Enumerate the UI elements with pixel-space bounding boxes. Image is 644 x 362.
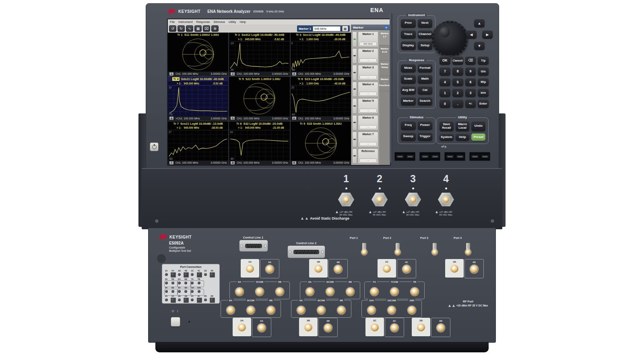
marker-value-input[interactable]: 945 MHz <box>313 26 341 31</box>
key--[interactable]: . <box>452 99 463 108</box>
macro-local-button[interactable]: Macro Local <box>456 121 470 131</box>
trigger-button[interactable]: Trigger <box>418 132 433 141</box>
key-m-[interactable]: M/µ <box>478 78 489 86</box>
marker-item[interactable]: Marker 2– <box>352 48 378 64</box>
trace-icon[interactable]: ∿ <box>186 25 193 32</box>
trace-pane-1[interactable]: Tr 1S11 Smith 1.000U/ 1.00U1Ch1: 100.000… <box>168 33 228 76</box>
key-5[interactable]: 5 <box>452 78 463 86</box>
freq-button[interactable]: Freq <box>401 121 416 130</box>
marker-item[interactable]: Reference– <box>352 148 378 164</box>
power-button[interactable]: Power <box>418 121 433 130</box>
arrow-up-icon[interactable]: ▲ <box>474 19 485 27</box>
marker-card[interactable]: Marker 6– <box>358 115 378 131</box>
trace-button[interactable]: Trace <box>401 30 416 39</box>
trace-pane-4[interactable]: Tr 4Sds21 LogM 10.00dB/ -30.0dB> 1:945.0… <box>168 77 228 120</box>
marker-button[interactable]: Marker <box>401 97 416 105</box>
trace-pane-9[interactable]: Tr 9S33 Smith 1.000U/ 1.00U9Ch1: 100.000… <box>291 121 351 165</box>
trace-pane-8[interactable]: Tr 8S32 LogM 10.00dB/ -20.0dB> 1:945.000… <box>229 121 289 165</box>
marker-tab-2[interactable]: Marker 8-15 <box>379 45 390 61</box>
system-button[interactable]: System <box>440 134 454 141</box>
search-button[interactable]: Search <box>418 97 433 105</box>
menu-utility[interactable]: Utility <box>229 20 236 24</box>
channel-button[interactable]: Channel <box>418 30 433 39</box>
marker-led-button[interactable] <box>352 48 357 64</box>
cal-button[interactable]: Cal <box>418 86 433 95</box>
marker-led-button[interactable] <box>352 82 357 97</box>
testset-power-button[interactable] <box>171 317 180 327</box>
marker-card[interactable]: Marker 3– <box>358 65 378 80</box>
key-2[interactable]: 2 <box>452 88 463 97</box>
keypad-popup-icon[interactable]: ▦ <box>342 26 348 31</box>
menu-help[interactable]: Help <box>239 20 246 24</box>
marker-led-button[interactable] <box>352 115 357 131</box>
undo-button[interactable]: Undo <box>471 121 485 131</box>
arrow-right-icon[interactable]: ▶ <box>482 31 493 39</box>
key--[interactable]: +/- <box>465 99 476 108</box>
undo-icon[interactable]: ↺ <box>169 25 176 32</box>
menu-stimulus[interactable]: Stimulus <box>213 20 225 24</box>
menu-response[interactable]: Response <box>196 20 210 24</box>
marker-item[interactable]: Marker 3– <box>352 65 378 80</box>
marker-item[interactable]: Marker 4– <box>352 82 378 97</box>
marker-led-button[interactable] <box>352 31 357 47</box>
key-ok[interactable]: OK <box>440 56 450 65</box>
layout-icon[interactable]: ▦ <box>194 25 202 32</box>
key-3[interactable]: 3 <box>465 88 476 97</box>
rotary-knob[interactable] <box>432 21 468 57</box>
trace-pane-5[interactable]: Tr 5S22 Smith 1.000U/ 1.00U5Ch1: 100.000… <box>229 77 289 120</box>
preset-button[interactable]: Preset <box>471 134 485 141</box>
key-7[interactable]: 7 <box>440 67 450 76</box>
marker-card[interactable]: Marker 4– <box>358 82 378 97</box>
save-recall-button[interactable]: Save Recall <box>440 121 454 131</box>
key-enter[interactable]: Enter <box>478 99 489 108</box>
key-4[interactable]: 4 <box>440 78 450 86</box>
sweep-button[interactable]: Sweep <box>401 132 416 141</box>
avg-bw-button[interactable]: Avg BW <box>401 86 416 95</box>
trace-pane-3[interactable]: Tr 3Ssc12 LogM 10.00dB/ -40.0dB> 1:1.000… <box>291 33 351 76</box>
prev-button[interactable]: Prev <box>401 19 416 28</box>
marker-tab-3[interactable]: Marker Setup <box>379 61 390 76</box>
meas-button[interactable]: Meas <box>401 64 416 72</box>
marker-led-button[interactable] <box>352 98 357 114</box>
marker-item[interactable]: Marker 7– <box>352 132 378 147</box>
arrow-down-icon[interactable]: ▼ <box>474 42 485 50</box>
trace-pane-7[interactable]: Tr 7Scs21 LogM 10.00dB/ -13.0dB> 1:945.0… <box>168 121 228 165</box>
zoom-icon[interactable]: ⊕ <box>211 25 219 32</box>
setup-button[interactable]: Setup <box>418 41 433 50</box>
key-1[interactable]: 1 <box>440 88 450 97</box>
key-6[interactable]: 6 <box>465 78 476 86</box>
marker-item[interactable]: Marker 6– <box>352 115 378 131</box>
key-0[interactable]: 0 <box>440 99 450 108</box>
key-9[interactable]: 9 <box>465 67 476 76</box>
marker-led-button[interactable] <box>352 65 357 80</box>
key--[interactable]: ⌫ <box>465 56 476 65</box>
marker-card[interactable]: Marker 5– <box>358 98 378 114</box>
menu-instrument[interactable]: Instrument <box>178 20 192 24</box>
marker-led-button[interactable] <box>352 132 357 147</box>
trace-pane-2[interactable]: Tr 2Ssd12 LogM 10.00dB/ -50.0dB> 1:945.0… <box>229 33 289 76</box>
redo-icon[interactable]: ↻ <box>178 25 185 32</box>
math-button[interactable]: Math <box>418 75 433 83</box>
close-icon[interactable]: × <box>384 25 388 29</box>
marker-card[interactable]: Reference– <box>358 148 378 164</box>
help-button[interactable]: Help <box>456 134 470 141</box>
key-k-m[interactable]: k/m <box>478 88 489 97</box>
key-t-p[interactable]: T/p <box>478 56 489 65</box>
marker-item[interactable]: Marker 5– <box>352 98 378 114</box>
next-button[interactable]: Next <box>418 19 433 28</box>
format-button[interactable]: Format <box>418 64 433 72</box>
delete-icon[interactable]: ⌧ <box>203 25 210 32</box>
analyzer-power-button[interactable] <box>150 142 159 151</box>
menu-file[interactable]: File <box>170 20 175 24</box>
key-g-n[interactable]: G/n <box>478 67 489 76</box>
marker-card[interactable]: Marker 7– <box>358 132 378 147</box>
display-button[interactable]: Display <box>401 41 416 50</box>
marker-tab-4[interactable]: Marker → Functions <box>379 76 390 91</box>
arrow-left-icon[interactable]: ◀ <box>466 31 477 39</box>
trace-pane-6[interactable]: Tr 6S23 LogM 10.00dB/ -20.0dB> 1:1.000 G… <box>291 77 351 120</box>
marker-item[interactable]: Marker 1945 MHz <box>352 31 378 47</box>
marker-led-button[interactable] <box>352 148 357 164</box>
key-cancel[interactable]: Cancel <box>452 56 463 65</box>
key-8[interactable]: 8 <box>452 67 463 76</box>
marker-card[interactable]: Marker 1945 MHz <box>358 31 378 47</box>
